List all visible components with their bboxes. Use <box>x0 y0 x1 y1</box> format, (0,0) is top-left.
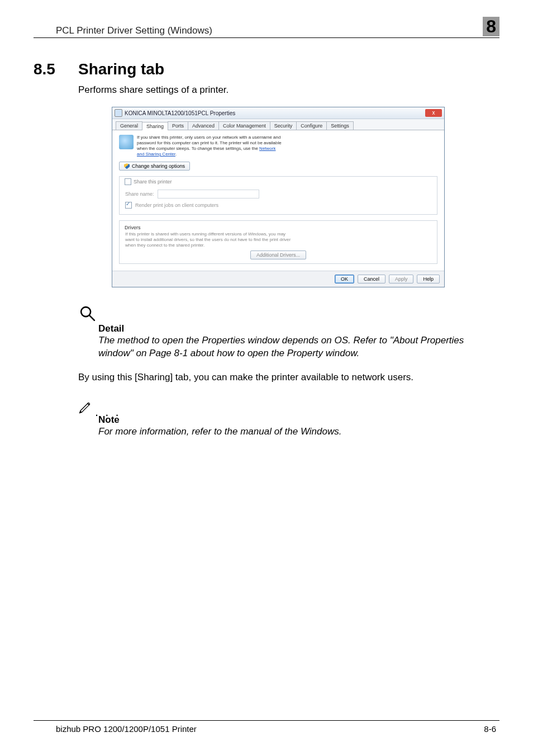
printer-icon <box>115 109 122 117</box>
render-jobs-checkbox[interactable] <box>125 202 132 209</box>
share-this-printer-checkbox[interactable] <box>125 178 131 185</box>
detail-heading: Detail <box>98 323 499 334</box>
additional-drivers-button[interactable]: Additional Drivers... <box>250 251 306 259</box>
footer-page-number: 8-6 <box>484 724 496 734</box>
properties-dialog-screenshot: KONICA MINOLTA1200/1051PCL Properties x … <box>112 107 488 287</box>
share-info-text: If you share this printer, only users on… <box>137 135 282 157</box>
magnifier-icon <box>78 304 499 325</box>
chapter-number-badge: 8 <box>483 17 499 36</box>
apply-button[interactable]: Apply <box>389 275 414 284</box>
share-name-input[interactable] <box>158 190 259 199</box>
detail-text: The method to open the Properties window… <box>98 334 488 360</box>
dialog-title: KONICA MINOLTA1200/1051PCL Properties <box>125 110 425 116</box>
tab-configure[interactable]: Configure <box>296 121 327 130</box>
tab-security[interactable]: Security <box>270 121 297 130</box>
section-intro: Performs share settings of a printer. <box>78 84 499 97</box>
share-name-label: Share name: <box>125 191 154 197</box>
svg-line-1 <box>89 316 94 321</box>
share-info-icon <box>119 135 134 149</box>
drivers-group-label: Drivers <box>123 225 142 230</box>
render-jobs-label: Render print jobs on client computers <box>135 202 218 208</box>
pencil-icon <box>78 400 93 417</box>
running-header: PCL Printer Driver Setting (Windows) <box>34 25 212 36</box>
tab-sharing[interactable]: Sharing <box>142 122 168 130</box>
cancel-button[interactable]: Cancel <box>358 275 386 284</box>
dialog-tabs: General Sharing Ports Advanced Color Man… <box>112 119 444 130</box>
footer-left: bizhub PRO 1200/1200P/1051 Printer <box>56 724 197 734</box>
ellipsis-icon: . . . <box>95 409 121 415</box>
tab-color-management[interactable]: Color Management <box>218 121 270 130</box>
note-heading: Note <box>98 414 499 426</box>
note-text: For more information, refer to the manua… <box>98 426 488 438</box>
tab-advanced[interactable]: Advanced <box>188 121 219 130</box>
uac-shield-icon <box>124 163 130 169</box>
tab-ports[interactable]: Ports <box>168 121 188 130</box>
tab-general[interactable]: General <box>116 121 142 130</box>
section-title: Sharing tab <box>78 60 164 78</box>
share-this-printer-label: Share this printer <box>134 179 172 185</box>
ok-button[interactable]: OK <box>335 275 354 284</box>
svg-point-2 <box>88 403 91 405</box>
tab-settings[interactable]: Settings <box>326 121 354 130</box>
section-number: 8.5 <box>34 60 78 78</box>
usage-paragraph: By using this [Sharing] tab, you can mak… <box>78 371 499 384</box>
close-button[interactable]: x <box>425 109 442 117</box>
change-sharing-options-button[interactable]: Change sharing options <box>119 162 190 171</box>
help-button[interactable]: Help <box>417 275 440 284</box>
drivers-description: If this printer is shared with users run… <box>125 231 293 248</box>
